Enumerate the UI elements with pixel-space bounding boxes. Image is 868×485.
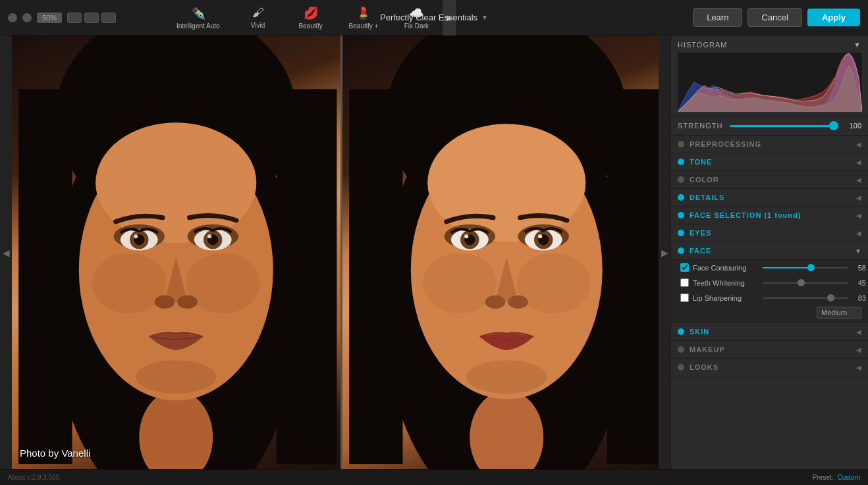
eyes-dot [678, 230, 684, 236]
svg-point-18 [207, 234, 211, 238]
lip-sharpening-label: Lip Sharpening [693, 294, 759, 302]
svg-point-29 [423, 253, 497, 314]
histogram-canvas [678, 53, 862, 112]
eyes-arrow-icon: ◀ [856, 230, 861, 237]
histogram-chevron-icon[interactable]: ▼ [854, 41, 861, 49]
teeth-whitening-label: Teeth Whitening [693, 279, 759, 287]
svg-point-6 [95, 122, 256, 243]
looks-section-row[interactable]: LOOKS ◀ [671, 359, 868, 376]
lip-dropdown[interactable]: Low Medium High [817, 307, 861, 319]
face-label: FACE [690, 247, 855, 255]
strength-label: STRENGTH [678, 122, 723, 130]
lip-sharpening-value: 83 [852, 294, 866, 302]
close-button[interactable] [8, 13, 17, 22]
tool-beautify-label: Beautify [299, 22, 323, 30]
details-section-row[interactable]: DETAILS ◀ [671, 189, 868, 207]
svg-rect-24 [349, 89, 402, 464]
face-contouring-checkbox[interactable] [680, 263, 689, 272]
svg-point-20 [177, 295, 198, 309]
looks-label: LOOKS [690, 363, 856, 371]
photo-original: Photo by Vanelli [12, 36, 340, 469]
makeup-arrow-icon: ◀ [856, 346, 861, 353]
skin-arrow-icon: ◀ [856, 328, 861, 336]
main-area: ◀ [0, 36, 868, 469]
photo-split-divider[interactable] [340, 36, 342, 469]
svg-point-17 [134, 234, 138, 238]
single-view-button[interactable] [67, 13, 82, 23]
face-selection-dot [678, 212, 684, 218]
tool-intelligent-auto[interactable]: ✒️ Intelligent Auto [165, 3, 232, 32]
tone-arrow-icon: ◀ [856, 159, 861, 166]
strength-slider[interactable] [730, 125, 839, 127]
eyes-section-row[interactable]: EYES ◀ [671, 224, 868, 242]
version-label: About v:2.9.3.565 [8, 474, 59, 481]
face-section-row[interactable]: FACE ▼ [671, 242, 868, 260]
tool-vivid[interactable]: 🖌 Vivid [232, 3, 285, 32]
original-image: Photo by Vanelli [12, 36, 340, 469]
looks-arrow-icon: ◀ [856, 364, 861, 371]
minimize-button[interactable] [22, 13, 32, 22]
face-expanded-section: Face Contouring 58 Teeth Whitening 45 Li… [671, 260, 868, 323]
photo-credit: Photo by Vanelli [20, 447, 90, 459]
details-dot [678, 194, 684, 201]
teeth-whitening-checkbox[interactable] [680, 278, 689, 287]
apply-button[interactable]: Apply [807, 9, 860, 26]
zoom-level[interactable]: 50% [37, 13, 62, 23]
skin-dot [678, 328, 684, 335]
split-view-button[interactable] [84, 13, 99, 23]
preprocessing-section-row[interactable]: PREPROCESSING ◀ [671, 136, 868, 153]
makeup-dot [678, 346, 684, 353]
skin-section-row[interactable]: SKIN ◀ [671, 323, 868, 341]
histogram-chart [678, 53, 862, 112]
beautify-plus-icon: 💄 [356, 6, 371, 20]
face-dot [678, 247, 684, 254]
window-controls: 50% [0, 13, 151, 23]
svg-point-41 [485, 295, 505, 309]
svg-point-39 [464, 234, 468, 238]
svg-rect-2 [18, 89, 72, 464]
right-panel: HISTOGRAM ▼ STRENGTH [670, 36, 868, 469]
svg-point-42 [508, 295, 528, 309]
preset-value[interactable]: Custom [838, 474, 860, 481]
face-selection-section-row[interactable]: FACE SELECTION (1 found) ◀ [671, 207, 868, 224]
prev-panel-button[interactable]: ◀ [0, 36, 12, 469]
top-bar: 50% Perfectly Clear Essentials ▼ ✒️ Inte… [0, 0, 868, 36]
face-contouring-row: Face Contouring 58 [671, 260, 868, 275]
tool-beautify[interactable]: 💋 Beautify [285, 3, 337, 32]
original-face-svg [12, 36, 340, 469]
processed-image [342, 36, 671, 469]
preset-label: Preset: [813, 474, 834, 481]
face-contouring-value: 58 [852, 264, 866, 272]
side-view-button[interactable] [101, 13, 116, 23]
photo-processed [342, 36, 671, 469]
strength-section: STRENGTH 100 [671, 116, 868, 136]
learn-button[interactable]: Learn [693, 8, 742, 27]
svg-point-19 [155, 295, 175, 309]
lip-dropdown-row: Low Medium High [671, 305, 868, 322]
histogram-header: HISTOGRAM ▼ [678, 41, 861, 49]
details-arrow-icon: ◀ [856, 194, 861, 201]
lip-sharpening-row: Lip Sharpening 83 [671, 290, 868, 305]
details-label: DETAILS [690, 193, 856, 201]
svg-point-21 [136, 360, 216, 394]
eyes-label: EYES [690, 229, 856, 237]
preprocessing-arrow-icon: ◀ [856, 141, 861, 148]
tone-section-row[interactable]: TONE ◀ [671, 153, 868, 171]
face-selection-arrow-icon: ◀ [856, 212, 861, 219]
preset-chevron-icon[interactable]: ▼ [481, 14, 488, 21]
lip-sharpening-checkbox[interactable] [680, 294, 689, 302]
looks-dot [678, 364, 684, 370]
makeup-section-row[interactable]: MAKEUP ◀ [671, 341, 868, 359]
cancel-button[interactable]: Cancel [747, 8, 801, 27]
teeth-whitening-slider[interactable] [763, 282, 848, 284]
tool-vivid-label: Vivid [251, 22, 265, 29]
next-panel-button[interactable]: ▶ [659, 36, 670, 469]
tool-fix-dark-label: Fix Dark [404, 22, 429, 30]
tool-intelligent-auto-label: Intelligent Auto [176, 22, 220, 30]
makeup-label: MAKEUP [690, 345, 856, 353]
face-contouring-slider[interactable] [763, 267, 848, 268]
color-dot [678, 176, 684, 183]
color-section-row[interactable]: COLOR ◀ [671, 171, 868, 189]
color-label: COLOR [690, 176, 856, 184]
lip-sharpening-slider[interactable] [763, 297, 848, 299]
